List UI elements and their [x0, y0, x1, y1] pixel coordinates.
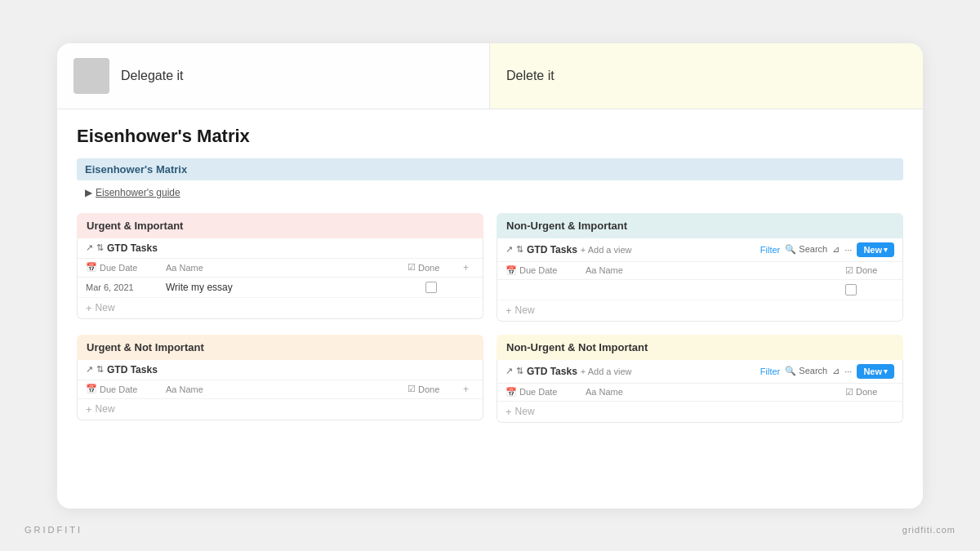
check-icon-1: ☑	[408, 262, 416, 273]
plus-icon-new-4: +	[506, 406, 512, 418]
gtd-row-1: ↗ ⇅ GTD Tasks	[78, 238, 483, 259]
new-row-4[interactable]: + New	[497, 402, 902, 422]
quadrant-header-3: Urgent & Not Important	[77, 335, 483, 360]
arrow-icon-2: ↗	[506, 244, 513, 255]
new-btn-label-4: New	[863, 367, 882, 376]
new-row-label-4: New	[515, 406, 535, 417]
th-plus-1[interactable]: +	[463, 262, 474, 273]
more-btn-4[interactable]: ⊿	[832, 366, 840, 376]
filter-icon-1: ⇅	[96, 242, 104, 253]
filter-btn-2[interactable]: Filter	[760, 245, 780, 255]
quadrant-urgent-important: Urgent & Important ↗ ⇅ GTD Tasks 📅	[77, 213, 483, 322]
quadrant-body-3: ↗ ⇅ GTD Tasks 📅 Due Date Aa Na	[77, 360, 483, 420]
check-icon-4: ☑	[845, 387, 853, 398]
plus-icon-new-2: +	[506, 304, 512, 317]
text-icon-3: Aa	[166, 384, 176, 394]
main-content: Eisenhower's Matrix Eisenhower's Matrix …	[57, 109, 923, 442]
empty-row-2	[497, 280, 902, 300]
th-name-4: Aa Name	[586, 387, 839, 397]
td-done-empty-2	[845, 284, 894, 295]
gtd-label-4: GTD Tasks	[527, 366, 577, 377]
quadrant-body-1: ↗ ⇅ GTD Tasks 📅 Due Date Aa Na	[77, 238, 483, 319]
table-header-2: 📅 Due Date Aa Name ☑ Done	[497, 262, 902, 280]
gtd-actions-4: Filter 🔍 Search ⊿ ··· New ▾	[760, 364, 894, 379]
arrow-icon-1: ↗	[86, 242, 93, 253]
gtd-actions-2: Filter 🔍 Search ⊿ ··· New ▾	[760, 242, 894, 257]
avatar	[74, 58, 109, 94]
search-btn-4[interactable]: 🔍 Search	[785, 366, 827, 376]
calendar-icon-4: 📅	[506, 387, 517, 398]
new-btn-caret-4: ▾	[884, 367, 888, 375]
th-plus-3[interactable]: +	[463, 384, 474, 395]
data-row-1: Mar 6, 2021 Write my essay	[78, 278, 483, 298]
td-done-1	[425, 282, 474, 293]
table-header-1: 📅 Due Date Aa Name ☑ Done +	[78, 259, 483, 278]
top-header: Delegate it Delete it	[57, 43, 923, 109]
filter-icon-2: ⇅	[516, 244, 523, 255]
matrix-header-bar: Eisenhower's Matrix	[77, 158, 903, 180]
new-row-2[interactable]: + New	[497, 300, 902, 321]
quadrant-header-1: Urgent & Important	[77, 213, 483, 238]
th-done-1: ☑ Done	[408, 262, 457, 273]
new-row-3[interactable]: + New	[78, 399, 483, 420]
quadrant-body-4: ↗ ⇅ GTD Tasks + Add a view Filter 🔍 Sear…	[497, 360, 903, 423]
check-icon-2: ☑	[845, 265, 853, 276]
new-btn-4[interactable]: New ▾	[857, 364, 894, 379]
arrow-icon-4: ↗	[506, 366, 513, 376]
th-date-3: 📅 Due Date	[86, 384, 159, 394]
quadrant-body-2: ↗ ⇅ GTD Tasks + Add a view Filter 🔍 Sear…	[497, 238, 903, 322]
gtd-label-3: GTD Tasks	[107, 364, 158, 375]
more-btn-2[interactable]: ⊿	[832, 244, 840, 255]
ellipsis-btn-2[interactable]: ···	[844, 245, 852, 255]
brand-left: GRIDFITI	[24, 525, 82, 535]
calendar-icon-1: 📅	[86, 262, 97, 273]
gtd-row-2: ↗ ⇅ GTD Tasks + Add a view Filter 🔍 Sear…	[497, 238, 902, 262]
arrow-icon-3: ↗	[86, 364, 93, 375]
text-icon-1: Aa	[166, 263, 176, 273]
guide-link[interactable]: Eisenhower's guide	[96, 187, 180, 198]
checkbox-empty-2[interactable]	[845, 284, 857, 295]
new-row-1[interactable]: + New	[78, 298, 483, 318]
new-row-label-1: New	[96, 302, 115, 313]
gtd-row-3: ↗ ⇅ GTD Tasks	[78, 360, 483, 380]
gtd-label-1: GTD Tasks	[107, 242, 158, 254]
main-card: Delegate it Delete it Eisenhower's Matri…	[57, 43, 923, 509]
quadrant-non-urgent-not-important: Non-Urgent & Not Important ↗ ⇅ GTD Tasks…	[497, 335, 903, 423]
th-name-2: Aa Name	[586, 265, 839, 275]
delegate-section: Delegate it	[57, 43, 490, 109]
ellipsis-btn-4[interactable]: ···	[844, 367, 852, 376]
new-btn-2[interactable]: New ▾	[857, 242, 894, 257]
quadrant-header-2: Non-Urgent & Important	[497, 213, 903, 238]
plus-icon-new-3: +	[86, 403, 92, 415]
plus-icon-new-1: +	[86, 302, 92, 314]
th-name-1: Aa Name	[166, 263, 401, 273]
filter-btn-4[interactable]: Filter	[760, 367, 780, 376]
filter-icon-3: ⇅	[96, 364, 104, 375]
quadrant-non-urgent-important: Non-Urgent & Important ↗ ⇅ GTD Tasks + A…	[497, 213, 903, 322]
table-header-4: 📅 Due Date Aa Name ☑ Done	[497, 384, 902, 402]
calendar-icon-2: 📅	[506, 265, 517, 276]
add-view-btn-2[interactable]: + Add a view	[581, 245, 632, 255]
quadrant-header-4: Non-Urgent & Not Important	[497, 335, 903, 360]
td-name-1: Write my essay	[166, 282, 419, 293]
text-icon-4: Aa	[586, 387, 596, 397]
gtd-label-2: GTD Tasks	[527, 244, 577, 256]
new-row-label-2: New	[515, 304, 535, 316]
delegate-label: Delegate it	[121, 69, 184, 83]
check-icon-3: ☑	[408, 384, 416, 394]
add-view-btn-4[interactable]: + Add a view	[581, 367, 632, 376]
new-btn-label-2: New	[863, 245, 882, 255]
gtd-row-4: ↗ ⇅ GTD Tasks + Add a view Filter 🔍 Sear…	[497, 360, 902, 384]
search-btn-2[interactable]: 🔍 Search	[785, 244, 827, 255]
new-btn-caret-2: ▾	[884, 246, 888, 254]
page-title: Eisenhower's Matrix	[77, 126, 903, 147]
th-name-3: Aa Name	[166, 384, 401, 394]
quadrant-urgent-not-important: Urgent & Not Important ↗ ⇅ GTD Tasks 📅	[77, 335, 483, 423]
td-date-1: Mar 6, 2021	[86, 282, 159, 292]
table-header-3: 📅 Due Date Aa Name ☑ Done +	[78, 380, 483, 399]
new-row-label-3: New	[96, 403, 115, 415]
checkbox-1[interactable]	[425, 282, 437, 293]
th-date-2: 📅 Due Date	[506, 265, 579, 276]
guide-link-row: ▶ Eisenhower's guide	[77, 184, 903, 202]
delete-section: Delete it	[490, 43, 923, 109]
